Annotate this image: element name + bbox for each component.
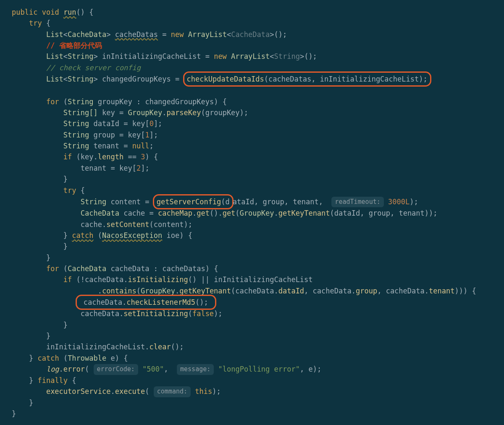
fn-set-content: setContent bbox=[106, 220, 149, 229]
code-line: try { bbox=[12, 186, 85, 195]
type-arraylist: ArrayList bbox=[188, 30, 227, 39]
num-0: 0 bbox=[150, 119, 154, 128]
fn-parsekey: parseKey bbox=[167, 108, 201, 117]
keyword-this: this bbox=[195, 387, 212, 396]
code-line: } bbox=[12, 399, 33, 407]
code-line: if (key.length == 3) { bbox=[12, 153, 158, 161]
code-line: for (String groupKey : changedGroupKeys)… bbox=[12, 98, 227, 106]
keyword-try: try bbox=[63, 186, 76, 195]
var-cachedata: cacheData bbox=[386, 287, 425, 295]
arg-tenant: tenant bbox=[399, 209, 424, 217]
keyword-catch: catch bbox=[37, 354, 59, 362]
code-line: } bbox=[12, 321, 68, 329]
code-line: executorService.execute( command: this); bbox=[12, 387, 221, 396]
arg-content: content bbox=[154, 220, 184, 229]
var-cachedata: cacheData bbox=[85, 275, 123, 284]
fn-check-update-data-ids: checkUpdateDataIds bbox=[187, 75, 264, 83]
code-line: String content = getServerConfig(dataId,… bbox=[12, 198, 418, 206]
type-list: List bbox=[46, 52, 63, 61]
highlight-box-check-listener-md5: cacheData.checkListenerMd5(); bbox=[76, 295, 216, 310]
keyword-void: void bbox=[42, 8, 59, 16]
code-line: .contains(GroupKey.getKeyTenant(cacheDat… bbox=[12, 287, 476, 295]
var-log: log bbox=[46, 365, 59, 373]
fn-get: get bbox=[223, 209, 236, 217]
fn-is-initializing: isInitializing bbox=[128, 275, 188, 284]
type-list: List bbox=[46, 75, 63, 83]
var-cachedata: cacheData bbox=[84, 298, 122, 306]
code-line: List<CacheData> cacheDatas = new ArrayLi… bbox=[12, 30, 287, 39]
arg-group: group bbox=[369, 209, 390, 217]
var-ininit-cache-list: inInitializingCacheList bbox=[102, 52, 201, 61]
code-line: } bbox=[12, 332, 50, 340]
type-cachedata: CacheData bbox=[68, 30, 106, 39]
var-cachedata: cacheData bbox=[110, 264, 149, 273]
param-hint-errorcode: errorCode: bbox=[94, 364, 138, 375]
code-line: } bbox=[12, 253, 50, 262]
code-line: } catch (NacosException ioe) { bbox=[12, 231, 192, 240]
type-string: String bbox=[81, 198, 106, 206]
fn-contains: contains bbox=[102, 287, 136, 295]
code-line: public void run() { bbox=[12, 8, 94, 16]
var-cache: cache bbox=[81, 220, 102, 229]
arg-cachedatas: cacheDatas bbox=[268, 75, 311, 83]
code-line: } bbox=[12, 409, 16, 418]
code-line: } finally { bbox=[12, 376, 76, 385]
keyword-false: false bbox=[192, 309, 214, 318]
var-ioe: ioe bbox=[167, 231, 180, 240]
type-cachedata-generic: CacheData bbox=[231, 30, 270, 39]
field-length: length bbox=[98, 153, 123, 161]
fn-get-server-config: getServerConfig bbox=[157, 198, 221, 206]
string-longpolling-error: "longPolling error" bbox=[218, 365, 300, 373]
var-key: key bbox=[102, 108, 115, 117]
type-string-generic: String bbox=[274, 52, 299, 61]
var-content: content bbox=[110, 198, 141, 206]
arg-dataid: dataId bbox=[334, 209, 360, 217]
keyword-new: new bbox=[171, 30, 184, 39]
code-editor-viewport[interactable]: public void run() { try { List<CacheData… bbox=[0, 0, 504, 425]
code-line: for (CacheData cacheData : cacheDatas) { bbox=[12, 264, 218, 273]
keyword-if: if bbox=[63, 153, 72, 161]
type-string: String bbox=[63, 131, 89, 139]
var-dataid: dataId bbox=[94, 119, 119, 128]
keyword-if: if bbox=[63, 275, 72, 284]
num-1: 1 bbox=[145, 131, 149, 139]
var-cachedatas: cacheDatas bbox=[162, 264, 205, 273]
keyword-finally: finally bbox=[37, 376, 68, 385]
var-tenant: tenant bbox=[81, 164, 106, 172]
type-string: String bbox=[63, 119, 89, 128]
field-group: group bbox=[356, 287, 377, 295]
arg-groupkey: groupKey bbox=[205, 108, 240, 117]
var-ininit-cache-list: inInitializingCacheList bbox=[214, 275, 312, 284]
code-line: tenant = key[2]; bbox=[12, 164, 150, 172]
var-groupkey: groupKey bbox=[98, 98, 132, 106]
type-string-array: String[] bbox=[63, 108, 98, 117]
op-equals: == bbox=[128, 153, 136, 161]
fn-set-initializing: setInitializing bbox=[123, 309, 188, 318]
code-line: } catch (Throwable e) { bbox=[12, 354, 128, 362]
code-line: String group = key[1]; bbox=[12, 131, 158, 139]
param-hint-message: message: bbox=[177, 364, 214, 375]
type-string: String bbox=[68, 98, 93, 106]
var-cache: cache bbox=[123, 209, 145, 217]
type-throwable: Throwable bbox=[68, 354, 106, 362]
field-dataid: dataId bbox=[278, 287, 304, 295]
var-cachedatas: cacheDatas bbox=[115, 30, 158, 39]
method-name-run: run bbox=[63, 8, 76, 16]
keyword-try: try bbox=[29, 19, 42, 27]
field-tenant: tenant bbox=[429, 287, 454, 295]
var-cachedata: cacheData bbox=[81, 309, 119, 318]
var-changed-group-keys: changedGroupKeys bbox=[145, 98, 214, 106]
fn-get: get bbox=[197, 209, 210, 217]
code-line: log.error( errorCode: "500", message: "l… bbox=[12, 365, 321, 373]
code-line: } bbox=[12, 242, 68, 251]
highlight-box-check-update: checkUpdateDataIds(cacheDatas, inInitial… bbox=[183, 71, 431, 87]
fn-get-key-tenant: getKeyTenant bbox=[179, 287, 231, 295]
code-line: cacheData.setInitializing(false); bbox=[12, 309, 223, 318]
arg-ininit-cache-list: inInitializingCacheList bbox=[320, 75, 419, 83]
var-key: key bbox=[119, 164, 132, 172]
code-line: String[] key = GroupKey.parseKey(groupKe… bbox=[12, 108, 248, 117]
fn-execute: execute bbox=[115, 387, 145, 396]
code-line: // check server config bbox=[12, 63, 141, 72]
type-groupkey: GroupKey bbox=[240, 209, 274, 217]
keyword-for: for bbox=[46, 264, 59, 273]
